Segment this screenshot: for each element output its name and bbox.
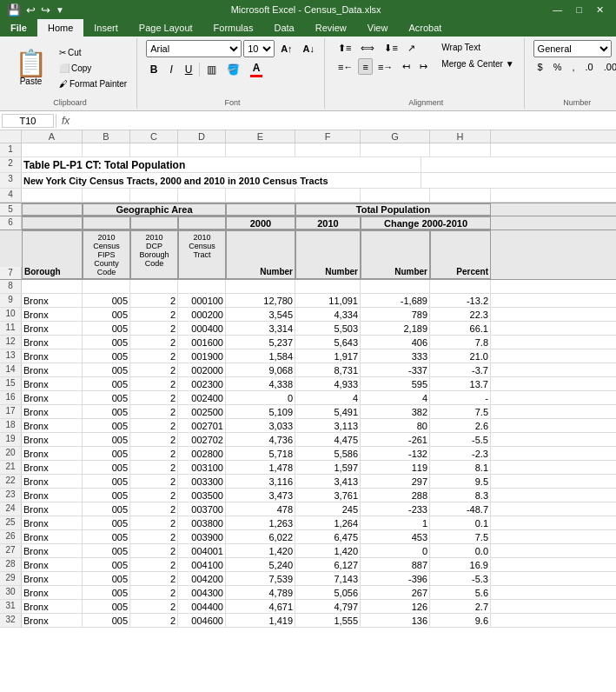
merge-center-button[interactable]: Merge & Center ▼ <box>437 57 518 71</box>
cell-e11[interactable]: 3,314 <box>226 322 295 335</box>
cell-a15[interactable]: Bronx <box>22 377 83 390</box>
cell-h16[interactable]: - <box>430 391 491 404</box>
cell-c8[interactable] <box>130 280 178 293</box>
cell-a18[interactable]: Bronx <box>22 419 83 432</box>
cell-e6[interactable]: 2000 <box>226 216 295 230</box>
col-header-e[interactable]: E <box>226 130 295 143</box>
cell-d8[interactable] <box>178 280 226 293</box>
cell-reference-box[interactable] <box>2 114 54 128</box>
col-header-g[interactable]: G <box>361 130 430 143</box>
cell-c27[interactable]: 2 <box>130 544 178 557</box>
underline-button[interactable]: U <box>181 62 196 77</box>
italic-button[interactable]: I <box>163 62 179 77</box>
shrink-font-button[interactable]: A↓ <box>299 41 319 57</box>
cell-c24[interactable]: 2 <box>130 502 178 516</box>
cell-d7[interactable]: 2010CensusTract <box>178 230 226 279</box>
cell-c25[interactable]: 2 <box>130 516 178 529</box>
cell-c11[interactable]: 2 <box>130 322 178 335</box>
cell-f29[interactable]: 7,143 <box>295 572 361 585</box>
cell-b1[interactable] <box>83 143 130 156</box>
cell-a17[interactable]: Bronx <box>22 405 83 418</box>
cell-g25[interactable]: 1 <box>361 516 430 529</box>
cell-h13[interactable]: 21.0 <box>430 349 491 363</box>
cell-h9[interactable]: -13.2 <box>430 294 491 307</box>
cell-f18[interactable]: 3,113 <box>295 419 361 432</box>
cell-f26[interactable]: 6,475 <box>295 530 361 543</box>
cell-d19[interactable]: 002702 <box>178 433 226 446</box>
cell-h29[interactable]: -5.3 <box>430 572 491 585</box>
cell-h8[interactable] <box>430 280 491 293</box>
cell-f11[interactable]: 5,503 <box>295 322 361 335</box>
cell-d25[interactable]: 003800 <box>178 516 226 529</box>
tab-home[interactable]: Home <box>37 19 83 37</box>
cell-b21[interactable]: 005 <box>83 461 130 474</box>
cell-a21[interactable]: Bronx <box>22 461 83 474</box>
cell-a27[interactable]: Bronx <box>22 544 83 557</box>
cell-a1[interactable] <box>22 143 83 156</box>
cell-e13[interactable]: 1,584 <box>226 349 295 363</box>
cell-a16[interactable]: Bronx <box>22 391 83 404</box>
cell-e4[interactable] <box>226 189 295 202</box>
cell-d18[interactable]: 002701 <box>178 419 226 432</box>
cell-d4[interactable] <box>178 189 226 202</box>
cell-a2[interactable]: Table PL-P1 CT: Total Population <box>22 157 421 172</box>
cell-e15[interactable]: 4,338 <box>226 377 295 390</box>
font-color-button[interactable]: A <box>246 59 267 80</box>
cell-h25[interactable]: 0.1 <box>430 516 491 529</box>
cell-f21[interactable]: 1,597 <box>295 461 361 474</box>
cell-b15[interactable]: 005 <box>83 377 130 390</box>
cell-g24[interactable]: -233 <box>361 502 430 516</box>
cell-c4[interactable] <box>130 189 178 202</box>
cell-d23[interactable]: 003500 <box>178 489 226 502</box>
cell-e12[interactable]: 5,237 <box>226 336 295 349</box>
middle-align-button[interactable]: ⟺ <box>356 40 379 57</box>
cell-b4[interactable] <box>83 189 130 202</box>
angle-text-button[interactable]: ↗ <box>403 40 420 57</box>
cell-c23[interactable]: 2 <box>130 489 178 502</box>
font-name-select[interactable]: Arial <box>146 40 242 57</box>
bold-button[interactable]: B <box>146 62 162 77</box>
cell-g30[interactable]: 267 <box>361 586 430 599</box>
cell-f22[interactable]: 3,413 <box>295 475 361 488</box>
cell-f28[interactable]: 6,127 <box>295 558 361 571</box>
cell-h24[interactable]: -48.7 <box>430 502 491 516</box>
tab-insert[interactable]: Insert <box>83 19 129 37</box>
cell-a10[interactable]: Bronx <box>22 308 83 321</box>
cell-g14[interactable]: -337 <box>361 363 430 376</box>
cell-e21[interactable]: 1,478 <box>226 461 295 474</box>
cell-h31[interactable]: 2.7 <box>430 600 491 613</box>
cell-e26[interactable]: 6,022 <box>226 530 295 543</box>
copy-button[interactable]: ⬜ Copy <box>55 61 131 76</box>
cell-f20[interactable]: 5,586 <box>295 447 361 460</box>
cell-a9[interactable]: Bronx <box>22 294 83 307</box>
cell-g21[interactable]: 119 <box>361 461 430 474</box>
cell-f17[interactable]: 5,491 <box>295 405 361 418</box>
cell-d15[interactable]: 002300 <box>178 377 226 390</box>
col-header-h[interactable]: H <box>430 130 491 143</box>
cell-f19[interactable]: 4,475 <box>295 433 361 446</box>
cell-f16[interactable]: 4 <box>295 391 361 404</box>
cell-c19[interactable]: 2 <box>130 433 178 446</box>
cell-h30[interactable]: 5.6 <box>430 586 491 599</box>
col-header-b[interactable]: B <box>83 130 130 143</box>
cell-d26[interactable]: 003900 <box>178 530 226 543</box>
tab-file[interactable]: File <box>0 19 37 37</box>
cell-h23[interactable]: 8.3 <box>430 489 491 502</box>
cell-h22[interactable]: 9.5 <box>430 475 491 488</box>
cell-f4[interactable] <box>295 189 361 202</box>
cell-f24[interactable]: 245 <box>295 502 361 516</box>
cell-gh6[interactable]: Change 2000-2010 <box>361 216 491 230</box>
cell-g32[interactable]: 136 <box>361 614 430 627</box>
cell-c26[interactable]: 2 <box>130 530 178 543</box>
cell-c20[interactable]: 2 <box>130 447 178 460</box>
cell-e7[interactable]: Number <box>226 230 295 279</box>
cell-g1[interactable] <box>361 143 430 156</box>
cell-b9[interactable]: 005 <box>83 294 130 307</box>
fill-color-button[interactable]: 🪣 <box>222 61 244 78</box>
cell-a6[interactable] <box>22 216 83 230</box>
cell-b29[interactable]: 005 <box>83 572 130 585</box>
tab-review[interactable]: Review <box>305 19 357 37</box>
cell-f10[interactable]: 4,334 <box>295 308 361 321</box>
cell-d32[interactable]: 004600 <box>178 614 226 627</box>
grow-font-button[interactable]: A↑ <box>276 41 296 57</box>
